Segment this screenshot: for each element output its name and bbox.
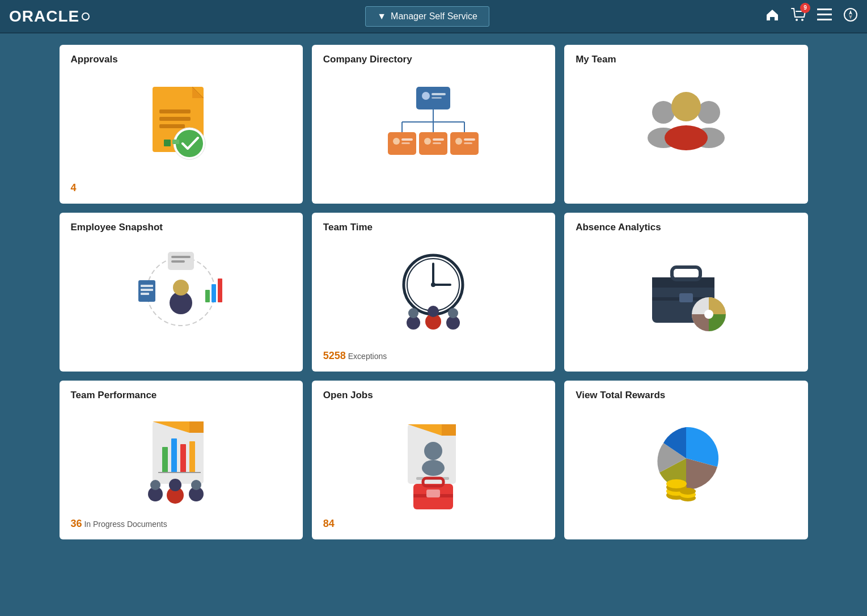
tile-open-jobs-title: Open Jobs: [323, 390, 544, 401]
tile-approvals-count: 4: [71, 182, 77, 193]
svg-point-43: [671, 92, 701, 121]
tile-view-total-rewards-icon: [576, 406, 796, 513]
cart-icon[interactable]: 9: [791, 7, 806, 26]
svg-rect-2: [817, 9, 832, 10]
svg-rect-50: [141, 289, 153, 291]
svg-point-19: [422, 92, 430, 100]
svg-rect-30: [401, 142, 410, 144]
tile-absence-analytics[interactable]: Absence Analytics: [564, 213, 807, 372]
nav-title-label: Manager Self Service: [391, 11, 477, 22]
svg-point-39: [652, 101, 675, 124]
svg-rect-83: [189, 441, 195, 472]
svg-rect-53: [212, 284, 216, 302]
tile-view-total-rewards[interactable]: View Total Rewards: [564, 381, 807, 539]
tile-team-time[interactable]: Team Time: [312, 213, 555, 372]
svg-rect-3: [817, 14, 832, 15]
header: ORACLE ▼ Manager Self Service 9: [0, 0, 867, 33]
nav-title-button[interactable]: ▼ Manager Self Service: [365, 6, 489, 27]
nav-title-area: ▼ Manager Self Service: [365, 6, 489, 27]
svg-rect-37: [464, 138, 475, 141]
svg-point-15: [176, 130, 203, 157]
tile-approvals[interactable]: Approvals 4: [60, 45, 303, 204]
tile-team-performance-label: In Progress Documents: [84, 520, 167, 529]
dashboard-grid: Approvals 4: [37, 33, 831, 551]
tile-team-performance-footer: 36 In Progress Documents: [71, 518, 291, 530]
svg-point-0: [796, 19, 798, 21]
oracle-wordmark: ORACLE: [9, 7, 79, 26]
svg-point-69: [448, 308, 458, 318]
tile-team-time-count: 5258: [323, 350, 346, 361]
svg-rect-13: [159, 124, 185, 128]
svg-rect-11: [159, 109, 191, 113]
home-icon[interactable]: [765, 7, 780, 26]
svg-point-28: [393, 138, 400, 145]
compass-icon[interactable]: [843, 7, 858, 26]
svg-point-88: [169, 479, 181, 491]
tile-employee-snapshot-title: Employee Snapshot: [71, 222, 291, 233]
oracle-logo: ORACLE: [9, 7, 90, 26]
svg-rect-29: [401, 138, 413, 141]
svg-point-76: [704, 310, 713, 319]
cart-badge: 9: [800, 3, 810, 13]
svg-rect-33: [433, 138, 444, 141]
svg-point-86: [150, 480, 160, 490]
tile-team-performance-icon: [71, 406, 291, 513]
svg-point-104: [666, 479, 687, 488]
svg-point-95: [422, 460, 445, 476]
svg-rect-20: [432, 93, 446, 95]
svg-rect-82: [180, 444, 186, 472]
tile-absence-analytics-title: Absence Analytics: [576, 222, 796, 233]
svg-rect-56: [171, 256, 191, 258]
tile-open-jobs-footer: 84: [323, 518, 544, 530]
tile-my-team-icon: [576, 70, 796, 178]
svg-rect-81: [171, 438, 177, 472]
svg-rect-57: [171, 260, 185, 263]
tile-team-performance-count: 36: [71, 518, 82, 529]
svg-rect-52: [205, 290, 210, 302]
oracle-circle-icon: [82, 12, 90, 20]
tile-company-directory-title: Company Directory: [323, 54, 544, 65]
header-icons: 9: [765, 7, 858, 26]
svg-point-47: [173, 280, 189, 296]
tile-team-performance-title: Team Performance: [71, 390, 291, 401]
tile-open-jobs[interactable]: Open Jobs: [312, 381, 555, 539]
menu-icon[interactable]: [817, 9, 832, 24]
tile-absence-analytics-icon: [576, 238, 796, 345]
svg-marker-6: [849, 10, 852, 15]
tile-employee-snapshot[interactable]: Employee Snapshot: [60, 213, 303, 372]
tile-team-time-footer: 5258 Exceptions: [323, 350, 544, 362]
tile-open-jobs-icon: [323, 406, 544, 513]
svg-point-107: [680, 488, 696, 495]
svg-rect-49: [141, 285, 153, 287]
svg-point-41: [697, 101, 720, 124]
tile-my-team[interactable]: My Team: [564, 45, 807, 204]
svg-point-65: [408, 308, 418, 318]
svg-point-63: [431, 282, 435, 287]
tile-team-performance[interactable]: Team Performance: [60, 381, 303, 539]
tile-team-time-title: Team Time: [323, 222, 544, 233]
svg-marker-7: [849, 15, 852, 19]
tile-company-directory-footer: [323, 182, 544, 195]
tile-company-directory-icon: [323, 70, 544, 178]
tile-view-total-rewards-title: View Total Rewards: [576, 390, 796, 401]
tile-employee-snapshot-icon: [71, 238, 291, 345]
svg-point-32: [424, 138, 431, 145]
tile-view-total-rewards-footer: [576, 518, 796, 530]
svg-rect-34: [433, 142, 441, 144]
svg-rect-12: [159, 117, 191, 121]
tile-company-directory[interactable]: Company Directory: [312, 45, 555, 204]
svg-point-44: [665, 125, 708, 150]
svg-point-90: [191, 480, 201, 490]
svg-point-1: [801, 19, 803, 21]
tile-my-team-title: My Team: [576, 54, 796, 65]
tile-team-time-label: Exceptions: [348, 352, 387, 361]
svg-marker-93: [442, 424, 456, 436]
tile-approvals-title: Approvals: [71, 54, 291, 65]
svg-rect-80: [162, 447, 168, 472]
tile-approvals-icon: [71, 70, 291, 178]
svg-point-67: [428, 306, 439, 317]
svg-point-36: [455, 138, 462, 145]
tile-approvals-footer: 4: [71, 182, 291, 195]
tile-team-time-icon: [323, 238, 544, 345]
tile-absence-analytics-footer: [576, 350, 796, 362]
